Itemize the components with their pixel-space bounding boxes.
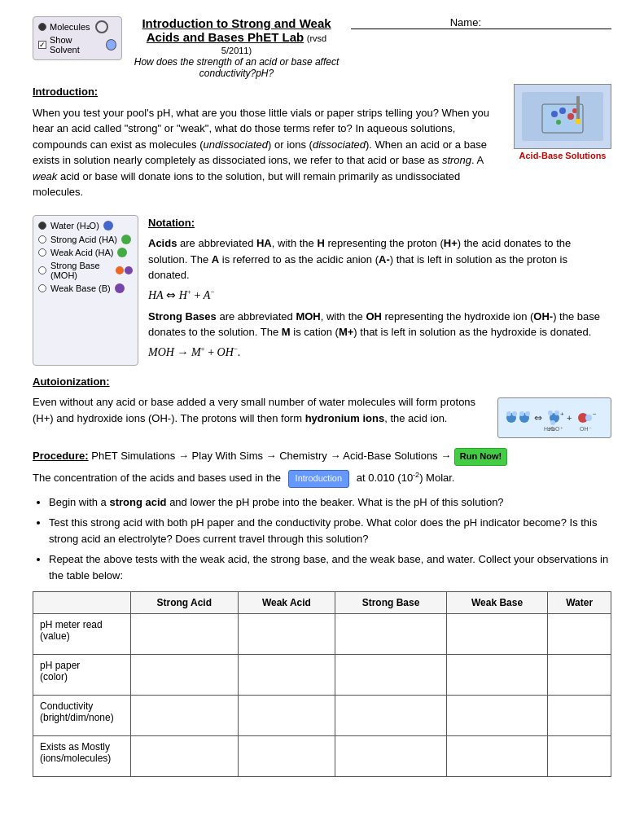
molecules-radio[interactable]	[38, 23, 46, 31]
table-col-weak-acid: Weak Acid	[238, 592, 335, 614]
weak-acid-dot	[117, 248, 127, 257]
procedure-line2: The concentration of the acids and bases…	[33, 469, 611, 488]
arrow1: →	[178, 450, 189, 462]
cell-paper-strong-base[interactable]	[335, 655, 446, 696]
solvent-icon	[106, 39, 116, 50]
bases-notation: Strong Bases are abbreviated MOH, with t…	[148, 309, 611, 361]
bullet-2: Test this strong acid with both pH paper…	[49, 515, 611, 546]
weak-base-label: Weak Base (B)	[50, 283, 111, 293]
sim-weak-base: Weak Base (B)	[38, 283, 133, 293]
acid-base-placeholder	[514, 84, 611, 149]
arrow4: →	[440, 450, 451, 462]
cell-cond-weak-acid[interactable]	[238, 696, 335, 736]
svg-point-21	[550, 420, 555, 425]
table-col-empty	[33, 592, 131, 614]
autoion-row: Even without any acid or base added a ve…	[33, 394, 611, 438]
cell-ph-strong-acid[interactable]	[131, 614, 239, 655]
sim-strong-base: Strong Base (MOH)	[38, 261, 133, 280]
sim-strong-acid: Strong Acid (HA)	[38, 235, 133, 244]
introduction-button[interactable]: Introduction	[288, 470, 349, 488]
show-solvent-label: Show Solvent	[50, 35, 101, 55]
undissociated-text: undissociated	[204, 138, 269, 151]
cell-exists-water[interactable]	[548, 736, 611, 777]
svg-point-12	[506, 411, 511, 416]
svg-text:−: −	[593, 410, 597, 418]
intro-tab: Introduction	[288, 472, 353, 484]
acid-base-image: Acid-Base Solutions	[514, 84, 611, 205]
run-now-button[interactable]: Run Now!	[454, 448, 507, 466]
cell-ph-weak-base[interactable]	[446, 614, 548, 655]
cell-cond-strong-base[interactable]	[335, 696, 446, 736]
intro-heading: Introduction:	[33, 86, 98, 98]
strong-base-dots	[116, 266, 133, 274]
table-col-weak-base: Weak Base	[446, 592, 548, 614]
table-row: pH meter read(value)	[33, 614, 611, 655]
cell-ph-strong-base[interactable]	[335, 614, 446, 655]
autoion-image: ⇔ + + − H₂O H₃O⁺ OH⁻	[497, 397, 611, 438]
cell-exists-weak-base[interactable]	[446, 736, 548, 777]
play-with-sims: Play With Sims	[192, 450, 266, 462]
cell-paper-weak-acid[interactable]	[238, 655, 335, 696]
table-row: Exists as Mostly(ions/molecules)	[33, 736, 611, 777]
svg-text:+: +	[567, 413, 572, 423]
chemistry-link: Chemistry	[279, 450, 327, 462]
strong-acid-radio[interactable]	[38, 235, 46, 244]
autoion-text: Even without any acid or base added a ve…	[33, 394, 489, 426]
acid-base-solutions-link: Acid-Base Solutions	[343, 450, 440, 462]
data-table: Strong Acid Weak Acid Strong Base Weak B…	[33, 591, 611, 777]
row-conductivity-label: Conductivity(bright/dim/none)	[33, 696, 131, 736]
svg-text:H₃O⁺: H₃O⁺	[549, 426, 563, 432]
procedure-heading: Procedure:	[33, 450, 89, 462]
svg-rect-9	[576, 119, 580, 124]
weak-italic: weak	[33, 170, 57, 182]
magnify-icon	[95, 20, 108, 33]
svg-point-6	[556, 120, 561, 125]
svg-point-15	[519, 411, 524, 416]
ha-formula: HA ⇔ H+ + A−	[148, 287, 611, 304]
moh-formula: MOH → M+ + OH−.	[148, 344, 611, 361]
cell-cond-water[interactable]	[548, 696, 611, 736]
intro-text: Introduction: When you test your pool's …	[33, 84, 507, 205]
molecules-label: Molecules	[50, 22, 90, 32]
cell-paper-water[interactable]	[548, 655, 611, 696]
name-field	[481, 16, 611, 29]
cell-paper-strong-acid[interactable]	[131, 655, 239, 696]
svg-point-5	[567, 113, 574, 120]
weak-base-dot	[115, 283, 125, 293]
weak-acid-label: Weak Acid (HA)	[50, 248, 113, 257]
cell-exists-strong-acid[interactable]	[131, 736, 239, 777]
notation-heading: Notation:	[148, 217, 195, 229]
introduction-section: Introduction: When you test your pool's …	[33, 84, 611, 205]
svg-text:+: +	[560, 410, 564, 418]
bullet-1: Begin with a strong acid and lower the p…	[49, 494, 611, 511]
dissociated-text: dissociated	[313, 138, 366, 151]
svg-rect-8	[576, 96, 580, 121]
cell-exists-weak-acid[interactable]	[238, 736, 335, 777]
intro-paragraph: When you test your pool's pH, what are y…	[33, 105, 507, 200]
bullet-3: Repeat the above tests with the weak aci…	[49, 551, 611, 583]
autoion-svg: ⇔ + + − H₂O H₃O⁺ OH⁻	[502, 400, 607, 436]
svg-point-4	[559, 108, 566, 114]
strong-acid-label: Strong Acid (HA)	[50, 235, 117, 244]
weak-base-radio[interactable]	[38, 284, 46, 292]
strong-base-radio[interactable]	[38, 266, 46, 274]
row-ph-paper-label: pH paper(color)	[33, 655, 131, 696]
cell-exists-strong-base[interactable]	[335, 736, 446, 777]
acid-base-label: Acid-Base Solutions	[514, 151, 611, 160]
cell-paper-weak-base[interactable]	[446, 655, 548, 696]
svg-point-19	[548, 410, 553, 415]
page-container: Molecules ✓ Show Solvent Introduction to…	[33, 16, 611, 777]
weak-acid-radio[interactable]	[38, 248, 46, 257]
cell-ph-water[interactable]	[548, 614, 611, 655]
show-solvent-checkbox[interactable]: ✓	[38, 41, 46, 49]
svg-point-3	[551, 111, 558, 117]
water-dot	[103, 221, 113, 230]
notation-section: Water (H₂O) Strong Acid (HA) Weak Acid (…	[33, 215, 611, 366]
name-line: Name:	[351, 16, 611, 29]
procedure-line1: Procedure: PhET Simulations → Play With …	[33, 448, 611, 466]
cell-cond-weak-base[interactable]	[446, 696, 548, 736]
cell-cond-strong-acid[interactable]	[131, 696, 239, 736]
water-radio[interactable]	[38, 222, 46, 230]
cell-ph-weak-acid[interactable]	[238, 614, 335, 655]
table-row: Conductivity(bright/dim/none)	[33, 696, 611, 736]
